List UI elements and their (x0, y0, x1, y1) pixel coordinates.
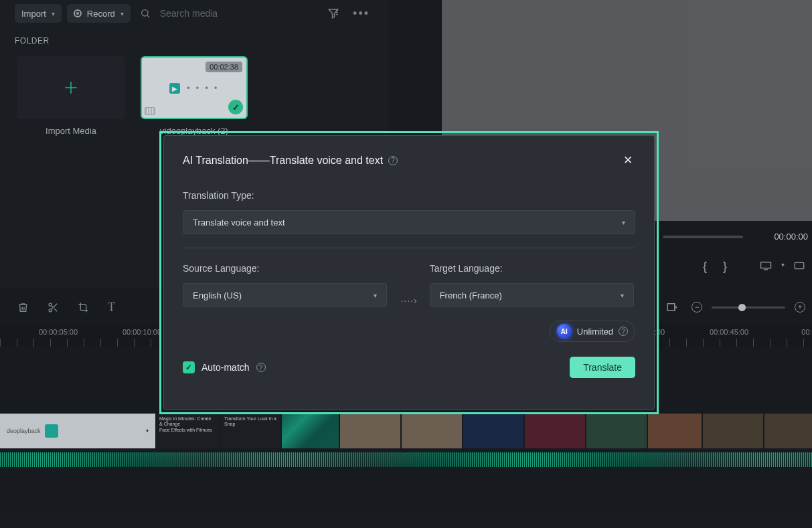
chevron-down-icon[interactable]: ▾ (781, 261, 785, 270)
target-language-select[interactable]: French (France) ▾ (430, 283, 634, 307)
preview-progress-track[interactable] (663, 236, 743, 238)
chevron-down-icon: ▾ (120, 10, 124, 17)
media-toolbar: Import ▾ Record ▾ ••• (0, 0, 388, 27)
svg-rect-16 (667, 304, 675, 311)
source-language-label: Source Language: (183, 263, 388, 274)
trash-icon[interactable] (17, 302, 29, 313)
unlimited-badge: AI Unlimited ? (550, 321, 635, 342)
chevron-down-icon: ▾ (52, 10, 55, 17)
source-language-value: English (US) (193, 290, 242, 300)
filter-icon[interactable] (323, 5, 343, 22)
timeline-bottom-pad (0, 468, 812, 528)
check-icon: ✓ (228, 100, 243, 114)
track-clip-intro[interactable]: deoplayback ♦ (0, 414, 155, 448)
arrow-right-icon: ····› (400, 295, 417, 306)
translate-button[interactable]: Translate (570, 357, 635, 378)
svg-line-1 (147, 15, 149, 17)
help-icon[interactable]: ? (256, 363, 266, 372)
media-clip[interactable]: 00:02:38 ▶ • • • • ✓ videoplayback (2) (141, 56, 248, 136)
svg-point-12 (49, 309, 52, 311)
clip-overlay-text: ♦ (146, 428, 149, 434)
ruler-label: 00:00:10:00 (123, 328, 161, 336)
search-input[interactable] (160, 8, 254, 19)
ruler-label: 00:00:05:00 (39, 328, 78, 336)
clip-overlay-text: Face Effects with Filmora (159, 428, 215, 433)
target-language-label: Target Language: (430, 263, 635, 274)
divider (183, 248, 635, 248)
source-language-select[interactable]: English (US) ▾ (183, 283, 387, 307)
video-track[interactable]: deoplayback ♦ Magic in Minutes: Create &… (0, 411, 812, 451)
filmora-logo-icon: ▶ (169, 83, 180, 94)
fullscreen-icon[interactable] (794, 261, 805, 270)
import-label: Import (21, 9, 46, 19)
zoom-in-icon[interactable]: + (795, 302, 805, 313)
mark-in-icon[interactable]: { (703, 260, 707, 274)
auto-match-checkbox[interactable]: ✓ Auto-match ? (183, 361, 266, 373)
search-icon (136, 5, 155, 21)
track-clip-main[interactable]: Magic in Minutes: Create & Change Face E… (155, 414, 812, 448)
mark-brackets: { } (703, 260, 727, 274)
text-icon[interactable]: T (108, 300, 115, 315)
import-media-label: Import Media (17, 126, 125, 136)
svg-rect-10 (795, 262, 803, 268)
clip-overlay-text: Transform Your Look in a Snap (224, 416, 276, 428)
filmora-logo-icon (45, 424, 58, 438)
svg-point-11 (49, 303, 52, 306)
svg-line-15 (52, 305, 54, 307)
translation-type-select[interactable]: Translate voice and text ▾ (183, 210, 635, 234)
crop-icon[interactable] (78, 302, 89, 313)
svg-point-0 (141, 10, 147, 16)
import-button[interactable]: Import ▾ (15, 4, 62, 23)
plus-icon (62, 79, 80, 96)
marker-end-icon[interactable] (666, 302, 678, 313)
svg-rect-8 (761, 262, 771, 268)
preview-timecode: 00:00:00 (774, 232, 808, 242)
app-root: Import ▾ Record ▾ ••• FOLDER (0, 0, 812, 528)
media-grid: Import Media 00:02:38 ▶ • • • • ✓ videop… (0, 51, 388, 141)
ruler-label: 00:00:45:00 (710, 328, 748, 336)
ruler-label: 00: (801, 328, 811, 336)
record-button[interactable]: Record ▾ (67, 4, 131, 23)
translation-type-value: Translate voice and text (193, 217, 285, 228)
audio-track[interactable] (0, 452, 812, 467)
ai-translation-modal: AI Translation——Translate voice and text… (163, 135, 655, 410)
target-language-value: French (France) (440, 290, 502, 300)
check-icon: ✓ (183, 361, 195, 373)
chevron-down-icon: ▾ (621, 292, 624, 299)
more-icon[interactable]: ••• (349, 4, 374, 23)
scissors-icon[interactable] (48, 302, 59, 313)
clip-thumb-decor: • • • • (187, 84, 219, 93)
import-media-tile[interactable]: Import Media (17, 56, 125, 136)
clip-duration-badge: 00:02:38 (206, 62, 242, 72)
folder-section-label: FOLDER (0, 27, 388, 51)
ai-translation-modal-highlight: AI Translation——Translate voice and text… (159, 131, 659, 414)
chevron-down-icon: ▾ (374, 292, 377, 299)
clip-chip-icon (145, 107, 155, 115)
zoom-out-icon[interactable]: − (692, 302, 702, 313)
auto-match-label: Auto-match (201, 362, 250, 373)
help-icon[interactable]: ? (619, 327, 628, 336)
unlimited-label: Unlimited (577, 327, 613, 337)
help-icon[interactable]: ? (388, 156, 398, 165)
clip-overlay-text: Magic in Minutes: Create & Change (159, 416, 215, 428)
display-settings-icon[interactable] (760, 261, 772, 270)
zoom-slider[interactable] (712, 306, 785, 309)
modal-title: AI Translation——Translate voice and text (183, 155, 383, 167)
close-icon[interactable]: ✕ (621, 151, 635, 170)
svg-line-14 (54, 309, 57, 311)
ai-icon: AI (557, 324, 572, 339)
chevron-down-icon: ▾ (622, 219, 625, 226)
mark-out-icon[interactable]: } (723, 260, 727, 274)
record-icon (74, 9, 82, 17)
translation-type-label: Translation Type: (183, 190, 635, 201)
record-label: Record (87, 9, 115, 19)
